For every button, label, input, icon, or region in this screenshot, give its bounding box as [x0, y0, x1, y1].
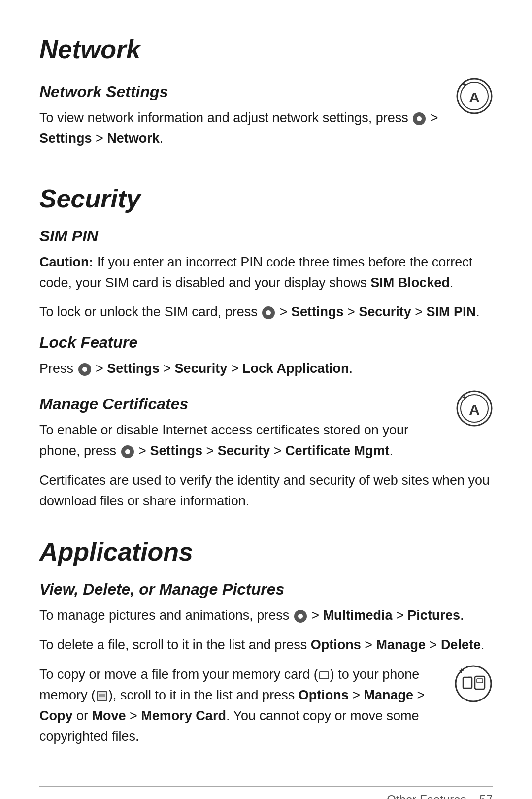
sim-pin-text-2: To lock or unlock the SIM card, press > … — [39, 302, 493, 323]
vdmp-text-3: To copy or move a file from your memory … — [39, 665, 493, 747]
security-section: Security SIM PIN Caution: If you enter a… — [39, 179, 493, 523]
manage-certificates-subtitle: Manage Certificates — [39, 395, 493, 413]
svg-text:+: + — [462, 392, 467, 402]
network-settings-text: To view network information and adjust n… — [39, 108, 493, 149]
applications-section: Applications View, Delete, or Manage Pic… — [39, 532, 493, 766]
manage-certificates-icon: A + — [456, 390, 493, 430]
network-section: Network A + Network Settings To view ne — [39, 30, 493, 169]
manage-certificates-subsection: A + Manage Certificates To enable or dis… — [39, 390, 493, 511]
sim-pin-subtitle: SIM PIN — [39, 227, 493, 245]
menu-button-icon-4 — [121, 445, 134, 458]
network-title: Network — [39, 34, 493, 64]
vdmp-text-3-block: + To copy or move a file from your memor… — [39, 665, 493, 756]
vdmp-text-2: To delete a file, scroll to it in the li… — [39, 635, 493, 656]
copy-move-icon: + — [454, 665, 493, 706]
svg-text:A: A — [469, 401, 480, 418]
svg-text:A: A — [469, 89, 480, 105]
page-footer: Other Features – 57 — [387, 793, 493, 799]
manage-certificates-text-1: To enable or disable Internet access cer… — [39, 420, 493, 462]
svg-text:+: + — [462, 80, 467, 90]
menu-button-icon-2 — [262, 306, 275, 319]
footer-text: Other Features – 57 — [387, 793, 493, 799]
lock-feature-subtitle: Lock Feature — [39, 333, 493, 352]
view-delete-manage-subtitle: View, Delete, or Manage Pictures — [39, 580, 493, 599]
lock-feature-subsection: Lock Feature Press > Settings > Security… — [39, 333, 493, 379]
page-divider — [39, 786, 493, 787]
sim-pin-subsection: SIM PIN Caution: If you enter an incorre… — [39, 227, 493, 323]
network-settings-icon: A + — [456, 78, 493, 118]
svg-rect-12 — [477, 679, 483, 683]
menu-button-icon — [413, 112, 426, 125]
applications-title: Applications — [39, 537, 493, 566]
security-title: Security — [39, 184, 493, 213]
manage-certificates-text-2: Certificates are used to verify the iden… — [39, 470, 493, 512]
network-settings-subtitle: Network Settings — [39, 83, 493, 101]
network-settings-subsection: A + Network Settings To view network inf… — [39, 78, 493, 158]
vdmp-text-1: To manage pictures and animations, press… — [39, 605, 493, 626]
lock-feature-text: Press > Settings > Security > Lock Appli… — [39, 359, 493, 379]
menu-button-icon-3 — [78, 363, 91, 376]
view-delete-manage-subsection: View, Delete, or Manage Pictures To mana… — [39, 580, 493, 756]
svg-rect-9 — [463, 677, 472, 688]
svg-text:+: + — [459, 666, 464, 675]
page-content: Network A + Network Settings To view ne — [0, 0, 532, 799]
menu-button-icon-5 — [294, 610, 307, 623]
sim-pin-text-1: Caution: If you enter an incorrect PIN c… — [39, 252, 493, 294]
